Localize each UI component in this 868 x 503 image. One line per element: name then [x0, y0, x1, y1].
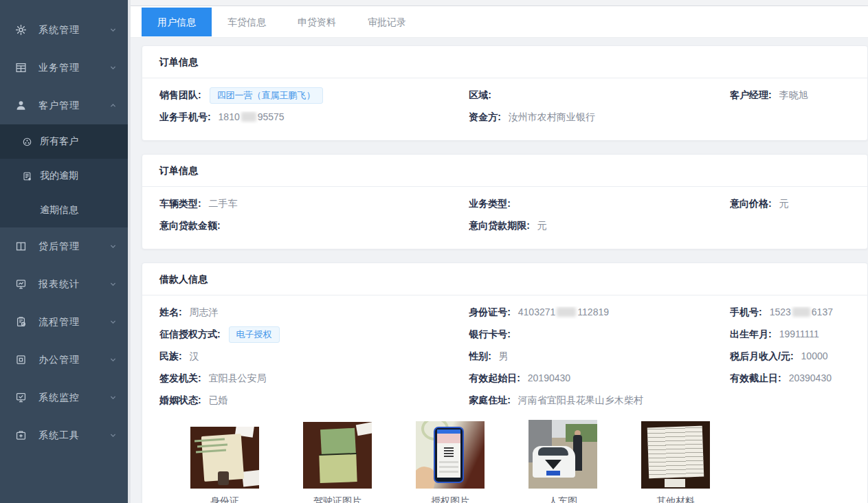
sidebar-item-label: 流程管理 — [38, 316, 109, 328]
main-content: 用户信息 车贷信息 申贷资料 审批记录 订单信息 销售团队: 四团一营（直属王鹏… — [128, 0, 868, 503]
sidebar-item-label: 系统监控 — [38, 392, 109, 404]
field-valid-from: 有效起始日: 20190430 — [469, 372, 730, 385]
tab-approval-records[interactable]: 审批记录 — [352, 8, 422, 36]
chevron-down-icon — [109, 64, 117, 71]
field-account-manager: 客户经理: 李晓旭 — [730, 89, 850, 102]
sidebar-item-label: 报表统计 — [38, 278, 109, 291]
chevron-down-icon — [109, 280, 117, 288]
field-sales-team: 销售团队: 四团一营（直属王鹏飞） — [159, 87, 469, 104]
sidebar: 系统管理 业务管理 客户管理 所有客户 我的逾期 逾 — [0, 0, 128, 503]
toolbox-icon — [15, 429, 27, 441]
monitor-check-icon — [15, 392, 27, 403]
redacted-blur — [241, 112, 256, 122]
redacted-blur — [557, 307, 576, 317]
sidebar-item-report-statistics[interactable]: 报表统计 — [0, 265, 128, 303]
tab-loan-application-docs[interactable]: 申贷资料 — [282, 8, 352, 36]
field-monthly-income: 税后月收入/元: 10000 — [730, 350, 850, 363]
chevron-down-icon — [109, 394, 117, 401]
person-car-photo-thumbnail — [528, 420, 597, 489]
field-issuing-authority: 签发机关: 宜阳县公安局 — [159, 372, 469, 385]
tab-car-loan-info[interactable]: 车贷信息 — [212, 8, 282, 36]
photo-driver-license[interactable]: 驾驶证图片 — [303, 422, 372, 503]
field-name: 姓名: 周志洋 — [159, 306, 469, 319]
credit-auth-tag[interactable]: 电子授权 — [229, 326, 280, 343]
document-photos: 身份证 驾驶证图片 授权图片 — [159, 412, 850, 503]
field-credit-auth-method: 征信授权方式: 电子授权 — [159, 326, 469, 343]
photo-caption: 人车图 — [528, 495, 597, 503]
scroll-content[interactable]: 订单信息 销售团队: 四团一营（直属王鹏飞） 区域: 客户经理: 李晓旭 — [131, 38, 868, 503]
field-id-number: 身份证号: 4103271112819 — [469, 306, 730, 319]
field-valid-to: 有效截止日: 20390430 — [730, 372, 850, 385]
borrower-info-card: 借款人信息 姓名: 周志洋 身份证号: 4103271112819 手机号: 1… — [142, 262, 868, 503]
sidebar-item-customer-management[interactable]: 客户管理 — [0, 87, 128, 124]
peoples-icon — [22, 137, 32, 147]
field-home-address: 家庭住址: 河南省宜阳县花果山乡木柴村 — [469, 394, 730, 407]
book-icon — [15, 241, 27, 252]
field-intent-price: 意向价格: 元 — [730, 198, 850, 210]
sidebar-item-label: 办公管理 — [38, 354, 109, 366]
field-intent-loan-term: 意向贷款期限: 元 — [469, 220, 730, 232]
loan-intent-card: 订单信息 车辆类型: 二手车 业务类型: 意向价格: 元 — [142, 154, 868, 249]
sidebar-subitem-label: 所有客户 — [40, 135, 78, 148]
sidebar-subitem-label: 逾期信息 — [40, 204, 78, 216]
chevron-down-icon — [109, 356, 117, 364]
field-intent-loan-amount: 意向贷款金额: — [159, 220, 469, 232]
field-region: 区域: — [469, 89, 730, 102]
order-info-card: 订单信息 销售团队: 四团一营（直属王鹏飞） 区域: 客户经理: 李晓旭 — [142, 45, 868, 141]
photo-caption: 驾驶证图片 — [303, 495, 372, 503]
notebook-icon — [22, 171, 32, 181]
monitor-icon — [15, 278, 27, 290]
sidebar-subitem-label: 我的逾期 — [40, 170, 78, 182]
card-title: 订单信息 — [142, 46, 867, 78]
chevron-down-icon — [109, 318, 117, 326]
sidebar-subitem-my-overdue[interactable]: 我的逾期 — [0, 159, 128, 193]
sidebar-item-label: 业务管理 — [38, 62, 109, 74]
photo-caption: 其他材料 — [641, 495, 710, 503]
id-card-photo-thumbnail — [190, 427, 259, 489]
grid-icon — [15, 62, 27, 74]
field-gender: 性别: 男 — [469, 350, 730, 363]
field-birth-date: 出生年月: 19911111 — [730, 328, 850, 341]
authorization-photo-thumbnail — [416, 421, 485, 489]
sidebar-item-label: 贷后管理 — [38, 241, 109, 253]
sidebar-item-postloan-management[interactable]: 贷后管理 — [0, 227, 128, 265]
photo-person-with-car[interactable]: 人车图 — [528, 420, 597, 503]
customer-management-submenu: 所有客户 我的逾期 逾期信息 — [0, 124, 128, 227]
sidebar-item-system-monitor[interactable]: 系统监控 — [0, 379, 128, 416]
redacted-blur — [792, 307, 810, 317]
sidebar-item-business-management[interactable]: 业务管理 — [0, 49, 128, 87]
field-vehicle-type: 车辆类型: 二手车 — [159, 198, 469, 210]
other-document-photo-thumbnail — [641, 421, 710, 489]
clipboard-icon — [15, 316, 27, 328]
top-divider — [131, 0, 868, 6]
tab-user-info[interactable]: 用户信息 — [142, 8, 212, 36]
sidebar-subitem-all-customers[interactable]: 所有客户 — [0, 124, 128, 159]
driver-license-photo-thumbnail — [303, 422, 372, 489]
user-icon — [15, 100, 27, 111]
photo-caption: 授权图片 — [416, 495, 485, 503]
card-title: 订单信息 — [142, 155, 867, 187]
field-business-phone: 业务手机号: 181095575 — [159, 111, 469, 124]
chevron-down-icon — [109, 432, 117, 439]
chevron-down-icon — [109, 26, 117, 34]
chevron-down-icon — [109, 243, 117, 250]
field-mobile-phone: 手机号: 15236137 — [730, 306, 850, 319]
sidebar-item-system-management[interactable]: 系统管理 — [0, 11, 128, 49]
sidebar-item-office-management[interactable]: 办公管理 — [0, 341, 128, 379]
field-funder: 资金方: 汝州市农村商业银行 — [469, 111, 730, 124]
sidebar-item-process-management[interactable]: 流程管理 — [0, 303, 128, 341]
photo-id-card[interactable]: 身份证 — [190, 427, 259, 503]
sidebar-subitem-overdue-info[interactable]: 逾期信息 — [0, 193, 128, 227]
square-icon — [15, 354, 27, 366]
sidebar-item-label: 系统工具 — [38, 429, 109, 442]
chevron-up-icon — [109, 102, 117, 109]
field-business-type: 业务类型: — [469, 198, 730, 210]
sidebar-item-label: 客户管理 — [38, 100, 109, 112]
tab-bar: 用户信息 车贷信息 申贷资料 审批记录 — [131, 6, 868, 38]
field-bank-card: 银行卡号: — [469, 328, 730, 341]
photo-authorization-screenshot[interactable]: 授权图片 — [416, 421, 485, 503]
field-marital-status: 婚姻状态: 已婚 — [159, 394, 469, 407]
sidebar-item-system-tools[interactable]: 系统工具 — [0, 416, 128, 454]
sales-team-tag[interactable]: 四团一营（直属王鹏飞） — [210, 87, 323, 104]
photo-other-document[interactable]: 其他材料 — [641, 421, 710, 503]
